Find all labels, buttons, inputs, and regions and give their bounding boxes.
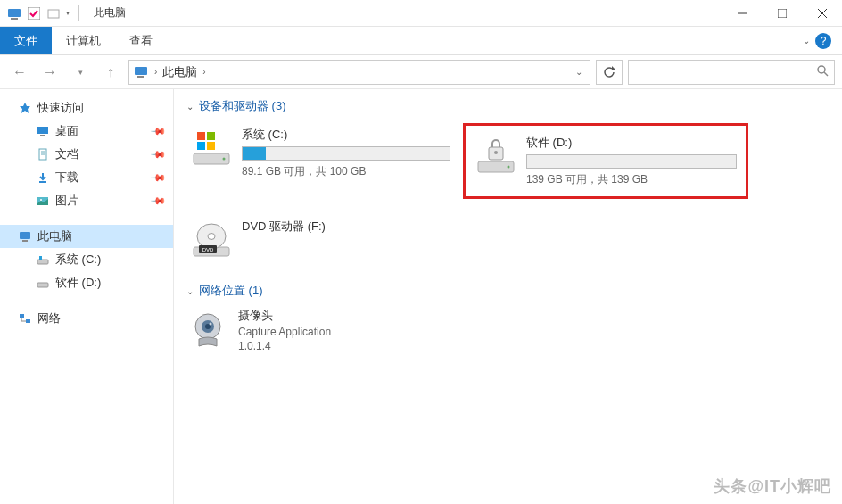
pictures-icon — [36, 194, 50, 208]
section-devices-header[interactable]: ⌄ 设备和驱动器 (3) — [186, 98, 830, 114]
refresh-button[interactable] — [596, 60, 623, 85]
svg-rect-32 — [207, 142, 215, 150]
breadcrumb-root[interactable]: 此电脑 — [162, 64, 197, 80]
locked-drive-icon — [475, 135, 517, 178]
nav-up-button[interactable]: ↑ — [98, 60, 123, 85]
address-dropdown-icon[interactable]: ⌄ — [575, 67, 582, 77]
ribbon-tab-computer[interactable]: 计算机 — [52, 27, 115, 54]
drive-capacity-bar — [526, 154, 737, 169]
breadcrumb-chevron-icon[interactable]: › — [154, 67, 157, 77]
minimize-button[interactable] — [722, 0, 762, 27]
address-bar[interactable]: › 此电脑 › ⌄ — [128, 60, 590, 85]
svg-point-28 — [223, 158, 226, 161]
network-item-camera[interactable]: 摄像头 Capture Application 1.0.1.4 — [186, 308, 830, 352]
drive-icon — [36, 252, 50, 267]
sidebar-this-pc[interactable]: 此电脑 — [0, 225, 173, 248]
app-icon — [7, 6, 21, 21]
svg-point-10 — [818, 66, 825, 73]
drive-item-c[interactable]: 系统 (C:) 89.1 GB 可用，共 100 GB — [186, 123, 454, 199]
titlebar: ▾ 此电脑 — [0, 0, 842, 27]
svg-rect-22 — [37, 260, 48, 264]
chevron-down-icon: ⌄ — [186, 102, 194, 112]
qat-folder-icon[interactable] — [46, 6, 61, 21]
qat-dropdown[interactable]: ▾ — [66, 9, 70, 17]
svg-rect-26 — [26, 319, 30, 323]
svg-rect-12 — [37, 127, 48, 134]
ribbon-expand-icon[interactable]: ⌄ — [803, 36, 810, 45]
drive-item-d[interactable]: 软件 (D:) 139 GB 可用，共 139 GB — [463, 123, 748, 199]
sidebar-item-desktop[interactable]: 桌面 📌 — [0, 120, 173, 143]
pin-icon: 📌 — [149, 122, 166, 139]
drive-name: 软件 (D:) — [526, 135, 737, 151]
navbar: ← → ▾ ↑ › 此电脑 › ⌄ — [0, 55, 842, 89]
svg-rect-25 — [20, 314, 24, 318]
star-icon — [18, 101, 32, 115]
drive-item-dvd[interactable]: DVD DVD 驱动器 (F:) — [186, 215, 454, 265]
pc-icon — [133, 64, 149, 80]
svg-rect-30 — [207, 132, 215, 140]
ribbon-tab-view[interactable]: 查看 — [115, 27, 167, 54]
sidebar-item-downloads[interactable]: 下载 📌 — [0, 166, 173, 189]
drive-icon — [36, 276, 50, 290]
drive-capacity-bar — [242, 146, 450, 161]
dvd-drive-icon: DVD — [190, 219, 233, 261]
nav-forward-button[interactable]: → — [37, 60, 62, 85]
drive-name: DVD 驱动器 (F:) — [242, 219, 450, 235]
search-icon — [816, 64, 829, 79]
svg-rect-0 — [8, 9, 21, 17]
help-icon[interactable]: ? — [815, 33, 831, 49]
pc-icon — [18, 229, 32, 244]
window-title: 此电脑 — [94, 5, 126, 21]
network-icon — [18, 311, 32, 326]
download-icon — [36, 170, 50, 185]
sidebar-item-drive-c[interactable]: 系统 (C:) — [0, 248, 173, 271]
svg-rect-1 — [11, 18, 18, 20]
svg-text:DVD: DVD — [202, 247, 214, 252]
nav-back-button[interactable]: ← — [7, 60, 32, 85]
breadcrumb-chevron-icon[interactable]: › — [202, 67, 205, 77]
sidebar-item-documents[interactable]: 文档 📌 — [0, 143, 173, 166]
sidebar-item-pictures[interactable]: 图片 📌 — [0, 189, 173, 212]
drive-stat: 89.1 GB 可用，共 100 GB — [242, 164, 450, 179]
svg-rect-9 — [137, 76, 144, 78]
sidebar: 快速访问 桌面 📌 文档 📌 下载 📌 图片 📌 — [0, 89, 174, 504]
pin-icon: 📌 — [149, 169, 166, 186]
svg-rect-8 — [135, 67, 147, 75]
svg-rect-23 — [39, 256, 42, 260]
ribbon: 文件 计算机 查看 ⌄ ? — [0, 27, 842, 55]
svg-rect-29 — [197, 132, 205, 140]
svg-point-36 — [494, 151, 498, 154]
svg-rect-20 — [20, 232, 30, 239]
network-item-version: 1.0.1.4 — [238, 340, 331, 352]
sidebar-network[interactable]: 网络 — [0, 307, 173, 330]
pin-icon: 📌 — [149, 145, 166, 162]
pin-icon: 📌 — [149, 192, 166, 209]
search-input[interactable] — [628, 60, 835, 85]
svg-rect-3 — [48, 10, 59, 18]
sidebar-quick-access[interactable]: 快速访问 — [0, 96, 173, 120]
svg-point-34 — [508, 166, 510, 169]
sidebar-item-drive-d[interactable]: 软件 (D:) — [0, 271, 173, 294]
svg-rect-5 — [778, 9, 787, 18]
close-button[interactable] — [802, 0, 842, 27]
nav-history-dropdown[interactable]: ▾ — [68, 60, 93, 85]
desktop-icon — [36, 124, 50, 138]
svg-line-11 — [824, 72, 828, 76]
maximize-button[interactable] — [762, 0, 802, 27]
svg-rect-24 — [37, 283, 48, 287]
svg-rect-2 — [28, 7, 40, 20]
ribbon-tab-file[interactable]: 文件 — [0, 27, 52, 54]
svg-point-19 — [40, 199, 42, 201]
svg-point-45 — [210, 323, 212, 326]
section-network-header[interactable]: ⌄ 网络位置 (1) — [186, 283, 830, 299]
qat-checkbox-icon[interactable] — [27, 6, 41, 21]
drive-name: 系统 (C:) — [242, 127, 450, 143]
svg-point-39 — [208, 234, 215, 240]
document-icon — [36, 147, 50, 161]
drive-stat: 139 GB 可用，共 139 GB — [526, 172, 737, 187]
webcam-icon — [186, 309, 229, 351]
network-item-name: 摄像头 — [238, 308, 331, 324]
content-area: ⌄ 设备和驱动器 (3) 系统 (C:) 89.1 GB 可用，共 100 GB — [174, 89, 842, 504]
svg-rect-21 — [22, 240, 28, 242]
chevron-down-icon: ⌄ — [186, 286, 194, 296]
